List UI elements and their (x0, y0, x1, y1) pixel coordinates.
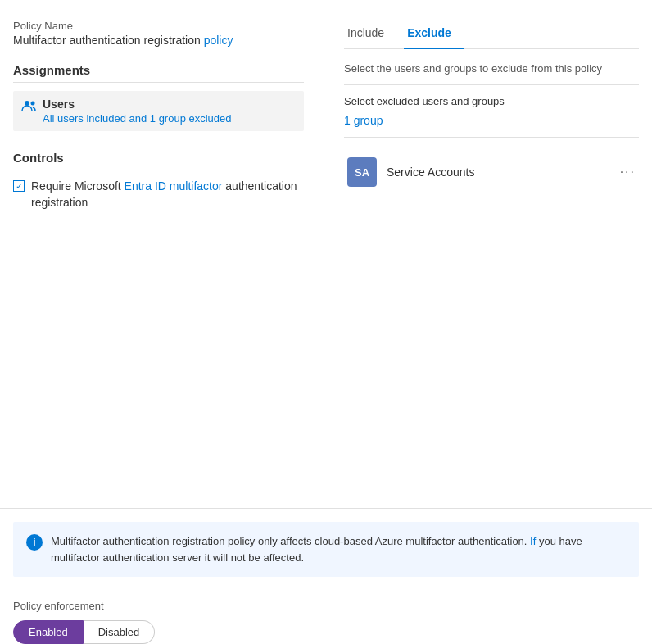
main-content: Policy Name Multifactor authentication r… (0, 0, 652, 492)
group-avatar: SA (347, 157, 377, 187)
policy-name-link[interactable]: policy (204, 34, 233, 47)
users-label: Users (43, 98, 232, 111)
checkmark-icon: ✓ (16, 181, 23, 192)
policy-enforcement: Policy enforcement Enabled Disabled (0, 590, 652, 644)
require-mfa-checkbox[interactable]: ✓ (13, 180, 25, 192)
info-banner: i Multifactor authentication registratio… (13, 522, 639, 577)
group-count-link[interactable]: 1 group (344, 114, 639, 138)
left-panel: Policy Name Multifactor authentication r… (13, 20, 324, 478)
policy-name-text: Multifactor authentication registration (13, 34, 204, 47)
bottom-section: i Multifactor authentication registratio… (0, 508, 652, 644)
multifactor-link[interactable]: multifactor (170, 179, 223, 193)
policy-name-value: Multifactor authentication registration … (13, 34, 304, 47)
info-icon: i (26, 534, 43, 551)
info-text: Multifactor authentication registration … (51, 533, 626, 565)
checkbox-item: ✓ Require Microsoft Entra ID multifactor… (13, 179, 304, 211)
checkbox-label: Require Microsoft Entra ID multifactor a… (31, 179, 304, 211)
exclude-description: Select the users and groups to exclude f… (344, 62, 639, 85)
info-link[interactable]: If (530, 535, 536, 547)
enforcement-buttons: Enabled Disabled (13, 620, 639, 644)
assignments-title: Assignments (13, 63, 304, 83)
group-name: Service Accounts (387, 166, 610, 179)
tab-include[interactable]: Include (344, 20, 397, 49)
tabs-row: Include Exclude (344, 20, 639, 49)
users-info: Users All users included and 1 group exc… (43, 98, 232, 125)
enabled-button[interactable]: Enabled (13, 620, 84, 644)
controls-title: Controls (13, 151, 304, 170)
users-icon (21, 98, 36, 116)
group-item: SA Service Accounts ··· (344, 151, 639, 193)
select-excluded-label: Select excluded users and groups (344, 95, 639, 107)
svg-point-1 (31, 102, 35, 106)
users-sublabel: All users included and 1 group excluded (43, 112, 232, 125)
controls-section: Controls ✓ Require Microsoft Entra ID mu… (13, 151, 304, 211)
enforcement-label: Policy enforcement (13, 600, 639, 612)
policy-name-label: Policy Name (13, 20, 304, 32)
users-item[interactable]: Users All users included and 1 group exc… (13, 91, 304, 131)
tab-exclude[interactable]: Exclude (404, 20, 464, 49)
right-panel: Include Exclude Select the users and gro… (324, 20, 639, 478)
entra-link[interactable]: Entra ID (125, 179, 166, 193)
group-more-button[interactable]: ··· (620, 165, 636, 179)
svg-point-0 (25, 101, 29, 106)
disabled-button[interactable]: Disabled (84, 620, 156, 644)
